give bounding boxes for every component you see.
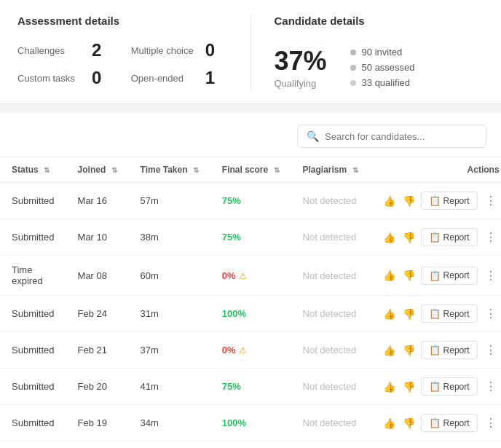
challenges-stat: Challenges 2 <box>17 40 114 60</box>
report-button[interactable]: 📋 Report <box>421 192 478 210</box>
thumbs-up-button[interactable]: 👍 <box>382 380 397 394</box>
cell-joined: Mar 10 <box>66 219 129 256</box>
multiple-choice-stat: Multiple choice 0 <box>131 40 227 60</box>
thumbs-up-button[interactable]: 👍 <box>382 416 397 431</box>
cell-time-taken: 34m <box>129 405 210 441</box>
search-bar-row: 🔍 <box>0 113 501 157</box>
report-icon: 📋 <box>429 308 441 319</box>
qualifying-block: 37% Qualifying <box>275 46 327 89</box>
plagiarism-value: Not detected <box>303 195 357 206</box>
cell-time-taken: 43m <box>129 441 210 449</box>
cell-time-taken: 38m <box>129 219 210 256</box>
cell-actions: 👍 👎 📋 Report ⋮ <box>370 405 501 441</box>
search-container[interactable]: 🔍 <box>297 125 486 148</box>
open-ended-value: 1 <box>205 68 215 88</box>
report-icon: 📋 <box>429 270 441 281</box>
cell-status: Submitted <box>0 219 66 256</box>
table-row: Submitted Feb 20 41m 75% Not detected 👍 … <box>0 369 501 405</box>
table-row: Submitted Feb 24 31m 100% Not detected 👍… <box>0 296 501 332</box>
thumbs-down-button[interactable]: 👎 <box>401 268 417 283</box>
challenges-label: Challenges <box>17 45 83 56</box>
thumbs-up-button[interactable]: 👍 <box>382 194 397 208</box>
col-time-taken[interactable]: Time Taken ⇅ <box>129 157 210 183</box>
thumbs-up-button[interactable]: 👍 <box>382 307 397 321</box>
sort-plagiarism-icon: ⇅ <box>352 166 358 174</box>
thumbs-down-button[interactable]: 👎 <box>401 343 417 358</box>
thumbs-up-button[interactable]: 👍 <box>382 343 397 358</box>
candidate-details-panel: Candidate details 37% Qualifying 90 invi… <box>251 15 484 89</box>
custom-tasks-stat: Custom tasks 0 <box>17 68 114 88</box>
more-options-button[interactable]: ⋮ <box>482 192 500 209</box>
report-icon: 📋 <box>429 232 441 243</box>
cell-joined: Feb 20 <box>66 369 129 405</box>
more-options-button[interactable]: ⋮ <box>482 414 500 431</box>
report-button[interactable]: 📋 Report <box>421 341 478 359</box>
table-row: Submitted Mar 10 38m 75% Not detected 👍 … <box>0 219 501 256</box>
col-final-score[interactable]: Final score ⇅ <box>210 157 291 183</box>
sort-score-icon: ⇅ <box>274 166 280 174</box>
cell-final-score: 75% <box>210 369 291 405</box>
more-options-button[interactable]: ⋮ <box>482 267 500 284</box>
multiple-choice-value: 0 <box>205 40 215 60</box>
search-icon: 🔍 <box>307 130 319 142</box>
report-button[interactable]: 📋 Report <box>421 304 478 323</box>
cell-final-score: 100% <box>210 405 291 441</box>
cell-joined: Feb 24 <box>66 296 129 332</box>
multiple-choice-label: Multiple choice <box>131 45 197 56</box>
cell-final-score: 75% <box>210 219 291 256</box>
cell-final-score: 100% <box>210 296 291 332</box>
thumbs-down-button[interactable]: 👎 <box>401 380 417 394</box>
cell-plagiarism: Not detected <box>291 219 370 256</box>
col-plagiarism[interactable]: Plagiarism ⇅ <box>291 157 370 183</box>
thumbs-down-button[interactable]: 👎 <box>401 416 417 431</box>
cell-actions: 👍 👎 📋 Report ⋮ <box>370 219 501 256</box>
qualified-dot <box>350 80 356 86</box>
open-ended-label: Open-ended <box>131 73 197 84</box>
cell-plagiarism: Not detected <box>291 369 370 405</box>
table-row: Submitted Feb 18 43m 95% Not detected 👍 … <box>0 441 501 449</box>
cell-plagiarism: Not detected <box>291 183 370 219</box>
cell-joined: Feb 21 <box>66 332 129 369</box>
candidates-section: 🔍 Status ⇅ Joined ⇅ Time Taken ⇅ Final s… <box>0 113 501 448</box>
cell-time-taken: 37m <box>129 332 210 369</box>
cell-joined: Mar 08 <box>66 256 129 296</box>
plagiarism-value: Not detected <box>303 270 357 281</box>
cell-final-score: 95% <box>210 441 291 449</box>
more-options-button[interactable]: ⋮ <box>482 305 500 322</box>
thumbs-up-button[interactable]: 👍 <box>382 230 397 245</box>
qualified-stat-row: 33 qualified <box>350 77 415 88</box>
cell-actions: 👍 👎 📋 Report ⋮ <box>370 332 501 369</box>
cell-joined: Mar 16 <box>66 183 129 219</box>
plagiarism-value: Not detected <box>303 345 357 355</box>
cell-actions: 👍 👎 📋 Report ⋮ <box>370 441 501 449</box>
col-status[interactable]: Status ⇅ <box>0 157 66 183</box>
col-joined[interactable]: Joined ⇅ <box>66 157 129 183</box>
report-button[interactable]: 📋 Report <box>421 414 478 432</box>
candidates-table-container: Status ⇅ Joined ⇅ Time Taken ⇅ Final sco… <box>0 157 501 448</box>
cell-actions: 👍 👎 📋 Report ⋮ <box>370 296 501 332</box>
cell-actions: 👍 👎 📋 Report ⋮ <box>370 183 501 219</box>
more-options-button[interactable]: ⋮ <box>482 342 500 358</box>
more-options-button[interactable]: ⋮ <box>482 378 500 395</box>
challenges-value: 2 <box>92 40 101 60</box>
thumbs-down-button[interactable]: 👎 <box>401 194 417 208</box>
warning-icon: ⚠ <box>239 345 247 355</box>
more-options-button[interactable]: ⋮ <box>482 229 500 245</box>
report-icon: 📋 <box>429 345 441 355</box>
qualified-count: 33 qualified <box>362 77 411 88</box>
table-header: Status ⇅ Joined ⇅ Time Taken ⇅ Final sco… <box>0 157 501 183</box>
cell-plagiarism: Not detected <box>291 332 370 369</box>
report-button[interactable]: 📋 Report <box>421 228 478 246</box>
cell-status: Time expired <box>0 256 66 296</box>
search-input[interactable] <box>325 131 477 142</box>
score-value: 75% <box>222 381 241 392</box>
score-value: 0% <box>222 270 236 281</box>
assessment-details-panel: Assessment details Challenges 2 Multiple… <box>17 15 251 89</box>
thumbs-up-button[interactable]: 👍 <box>382 268 397 283</box>
thumbs-down-button[interactable]: 👎 <box>401 230 417 245</box>
report-button[interactable]: 📋 Report <box>421 267 478 285</box>
thumbs-down-button[interactable]: 👎 <box>401 307 417 321</box>
table-body: Submitted Mar 16 57m 75% Not detected 👍 … <box>0 183 501 449</box>
cell-final-score: 0%⚠ <box>210 256 291 296</box>
report-button[interactable]: 📋 Report <box>421 377 478 396</box>
